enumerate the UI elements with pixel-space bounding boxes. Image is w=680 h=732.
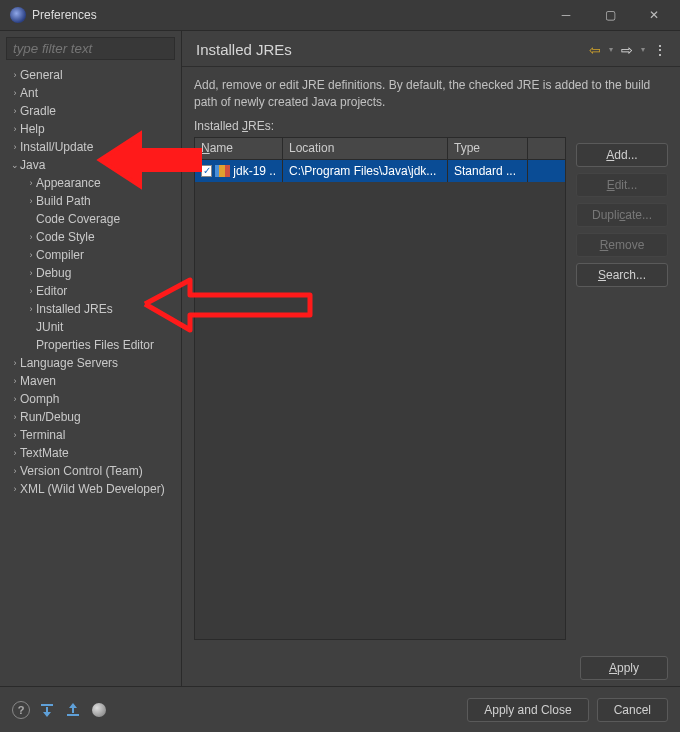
checkbox-icon[interactable]: ✓: [201, 165, 212, 177]
row-type: Standard ...: [454, 164, 516, 178]
tree-item-appearance[interactable]: ›Appearance: [0, 174, 181, 192]
tree-item-install-update[interactable]: ›Install/Update: [0, 138, 181, 156]
table-row[interactable]: ✓jdk-19 ..C:\Program Files\Java\jdk...St…: [195, 160, 565, 182]
tree-item-language-servers[interactable]: ›Language Servers: [0, 354, 181, 372]
chevron-right-icon[interactable]: ›: [10, 466, 20, 476]
tree-item-build-path[interactable]: ›Build Path: [0, 192, 181, 210]
tree-item-oomph[interactable]: ›Oomph: [0, 390, 181, 408]
tree-item-label: Version Control (Team): [20, 464, 143, 478]
chevron-right-icon[interactable]: ›: [10, 106, 20, 116]
chevron-right-icon[interactable]: ›: [26, 286, 36, 296]
row-name: jdk-19 ..: [233, 164, 276, 178]
chevron-right-icon[interactable]: ›: [26, 250, 36, 260]
tree-item-label: Editor: [36, 284, 67, 298]
tree-item-properties-files-editor[interactable]: Properties Files Editor: [0, 336, 181, 354]
export-icon[interactable]: [64, 701, 82, 719]
chevron-right-icon[interactable]: ›: [26, 232, 36, 242]
chevron-right-icon[interactable]: ›: [10, 484, 20, 494]
eclipse-icon: [10, 7, 26, 23]
chevron-right-icon[interactable]: ›: [10, 358, 20, 368]
table-label: Installed JREs:: [194, 119, 566, 133]
tree-item-label: Ant: [20, 86, 38, 100]
tree-item-gradle[interactable]: ›Gradle: [0, 102, 181, 120]
chevron-right-icon[interactable]: ›: [10, 124, 20, 134]
add-button[interactable]: Add...: [576, 143, 668, 167]
tree-item-label: Java: [20, 158, 45, 172]
apply-and-close-button[interactable]: Apply and Close: [467, 698, 588, 722]
tree-item-label: Debug: [36, 266, 71, 280]
preferences-tree[interactable]: ›General›Ant›Gradle›Help›Install/Update⌄…: [0, 64, 181, 686]
apply-button[interactable]: Apply: [580, 656, 668, 680]
chevron-right-icon[interactable]: [26, 322, 36, 332]
tree-item-xml-wild-web-developer-[interactable]: ›XML (Wild Web Developer): [0, 480, 181, 498]
chevron-right-icon[interactable]: [26, 340, 36, 350]
tree-item-label: TextMate: [20, 446, 69, 460]
chevron-right-icon[interactable]: [26, 214, 36, 224]
tree-item-run-debug[interactable]: ›Run/Debug: [0, 408, 181, 426]
forward-icon[interactable]: ⇨: [621, 42, 633, 58]
tree-item-junit[interactable]: JUnit: [0, 318, 181, 336]
window-title: Preferences: [32, 8, 97, 22]
jdk-icon: [215, 165, 230, 177]
tree-item-code-style[interactable]: ›Code Style: [0, 228, 181, 246]
tree-item-label: Code Style: [36, 230, 95, 244]
tree-item-label: Compiler: [36, 248, 84, 262]
chevron-down-icon[interactable]: ⌄: [10, 160, 20, 170]
chevron-right-icon[interactable]: ›: [10, 412, 20, 422]
close-button[interactable]: ✕: [632, 0, 676, 30]
tree-item-label: Build Path: [36, 194, 91, 208]
oomph-icon[interactable]: [90, 701, 108, 719]
cancel-button[interactable]: Cancel: [597, 698, 668, 722]
chevron-right-icon[interactable]: ›: [10, 448, 20, 458]
tree-item-label: Terminal: [20, 428, 65, 442]
titlebar: Preferences ─ ▢ ✕: [0, 0, 680, 30]
remove-button[interactable]: Remove: [576, 233, 668, 257]
edit-button[interactable]: Edit...: [576, 173, 668, 197]
minimize-button[interactable]: ─: [544, 0, 588, 30]
import-icon[interactable]: [38, 701, 56, 719]
tree-item-label: Gradle: [20, 104, 56, 118]
tree-item-general[interactable]: ›General: [0, 66, 181, 84]
back-icon[interactable]: ⇦: [589, 42, 601, 58]
filter-input[interactable]: [6, 37, 175, 60]
jre-table[interactable]: Name Location Type ✓jdk-19 ..C:\Program …: [194, 137, 566, 640]
maximize-button[interactable]: ▢: [588, 0, 632, 30]
search-button[interactable]: Search...: [576, 263, 668, 287]
back-dropdown-icon[interactable]: ▾: [609, 45, 613, 54]
tree-item-label: General: [20, 68, 63, 82]
chevron-right-icon[interactable]: ›: [10, 376, 20, 386]
tree-item-java[interactable]: ⌄Java: [0, 156, 181, 174]
chevron-right-icon[interactable]: ›: [26, 196, 36, 206]
tree-item-label: Language Servers: [20, 356, 118, 370]
tree-item-label: Properties Files Editor: [36, 338, 154, 352]
tree-item-label: Appearance: [36, 176, 101, 190]
tree-item-label: JUnit: [36, 320, 63, 334]
chevron-right-icon[interactable]: ›: [10, 430, 20, 440]
tree-item-label: Maven: [20, 374, 56, 388]
tree-item-ant[interactable]: ›Ant: [0, 84, 181, 102]
tree-item-textmate[interactable]: ›TextMate: [0, 444, 181, 462]
menu-icon[interactable]: ⋮: [653, 42, 668, 58]
tree-item-label: Install/Update: [20, 140, 93, 154]
forward-dropdown-icon[interactable]: ▾: [641, 45, 645, 54]
chevron-right-icon[interactable]: ›: [26, 304, 36, 314]
help-icon[interactable]: ?: [12, 701, 30, 719]
tree-item-compiler[interactable]: ›Compiler: [0, 246, 181, 264]
chevron-right-icon[interactable]: ›: [26, 178, 36, 188]
duplicate-button[interactable]: Duplicate...: [576, 203, 668, 227]
tree-item-editor[interactable]: ›Editor: [0, 282, 181, 300]
tree-item-version-control-team-[interactable]: ›Version Control (Team): [0, 462, 181, 480]
tree-item-label: XML (Wild Web Developer): [20, 482, 165, 496]
tree-item-debug[interactable]: ›Debug: [0, 264, 181, 282]
chevron-right-icon[interactable]: ›: [26, 268, 36, 278]
tree-item-help[interactable]: ›Help: [0, 120, 181, 138]
tree-item-code-coverage[interactable]: Code Coverage: [0, 210, 181, 228]
chevron-right-icon[interactable]: ›: [10, 88, 20, 98]
chevron-right-icon[interactable]: ›: [10, 142, 20, 152]
tree-item-label: Installed JREs: [36, 302, 113, 316]
tree-item-installed-jres[interactable]: ›Installed JREs: [0, 300, 181, 318]
tree-item-maven[interactable]: ›Maven: [0, 372, 181, 390]
chevron-right-icon[interactable]: ›: [10, 70, 20, 80]
chevron-right-icon[interactable]: ›: [10, 394, 20, 404]
tree-item-terminal[interactable]: ›Terminal: [0, 426, 181, 444]
